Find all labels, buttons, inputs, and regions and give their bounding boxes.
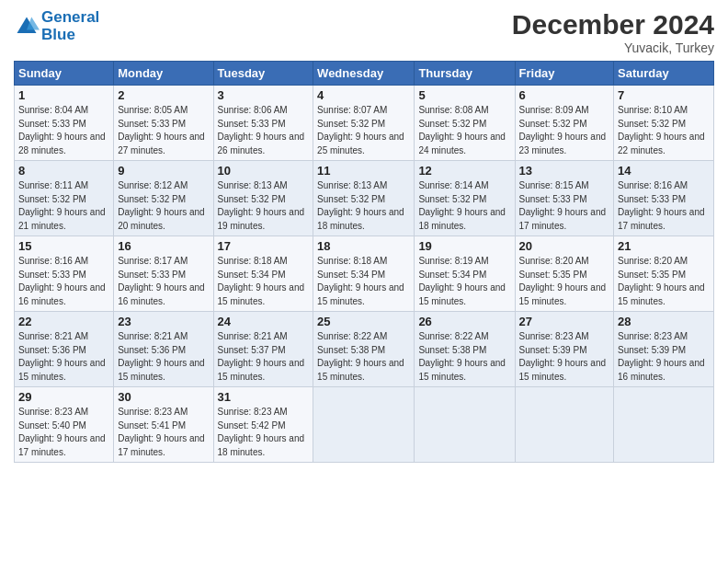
- day-info: Sunrise: 8:18 AMSunset: 5:34 PMDaylight:…: [218, 255, 310, 308]
- calendar-cell: 3Sunrise: 8:06 AMSunset: 5:33 PMDaylight…: [213, 86, 313, 161]
- day-info: Sunrise: 8:21 AMSunset: 5:37 PMDaylight:…: [218, 330, 310, 384]
- day-info: Sunrise: 8:13 AMSunset: 5:32 PMDaylight:…: [218, 179, 310, 233]
- weekday-header: Monday: [114, 62, 213, 86]
- day-info: Sunrise: 8:12 AMSunset: 5:32 PMDaylight:…: [118, 179, 209, 233]
- day-info: Sunrise: 8:23 AMSunset: 5:41 PMDaylight:…: [118, 406, 209, 459]
- calendar-cell: 31Sunrise: 8:23 AMSunset: 5:42 PMDayligh…: [213, 387, 313, 463]
- day-number: 9: [118, 164, 209, 178]
- day-number: 27: [519, 315, 610, 328]
- day-number: 3: [218, 88, 310, 102]
- calendar-cell: 13Sunrise: 8:15 AMSunset: 5:33 PMDayligh…: [515, 161, 614, 236]
- calendar-cell: 10Sunrise: 8:13 AMSunset: 5:32 PMDayligh…: [213, 161, 313, 236]
- day-number: 24: [218, 315, 310, 328]
- calendar-week-row: 8Sunrise: 8:11 AMSunset: 5:32 PMDaylight…: [15, 161, 714, 236]
- day-info: Sunrise: 8:19 AMSunset: 5:34 PMDaylight:…: [418, 255, 510, 308]
- weekday-header: Wednesday: [313, 62, 415, 86]
- logo-icon: [14, 14, 40, 40]
- calendar-cell: 2Sunrise: 8:05 AMSunset: 5:33 PMDaylight…: [114, 86, 213, 161]
- day-number: 11: [317, 164, 410, 178]
- day-number: 25: [317, 315, 410, 328]
- day-number: 6: [519, 88, 610, 102]
- day-number: 29: [18, 390, 109, 404]
- day-number: 17: [218, 239, 310, 253]
- calendar-cell: 4Sunrise: 8:07 AMSunset: 5:32 PMDaylight…: [313, 86, 415, 161]
- weekday-header: Friday: [515, 62, 614, 86]
- day-number: 26: [418, 315, 510, 328]
- calendar-cell: 20Sunrise: 8:20 AMSunset: 5:35 PMDayligh…: [515, 236, 614, 312]
- calendar-cell: 26Sunrise: 8:22 AMSunset: 5:38 PMDayligh…: [415, 312, 515, 387]
- day-number: 21: [618, 239, 710, 253]
- day-info: Sunrise: 8:23 AMSunset: 5:42 PMDaylight:…: [218, 406, 310, 459]
- calendar-cell: 12Sunrise: 8:14 AMSunset: 5:32 PMDayligh…: [415, 161, 515, 236]
- day-info: Sunrise: 8:23 AMSunset: 5:39 PMDaylight:…: [618, 330, 710, 384]
- day-info: Sunrise: 8:04 AMSunset: 5:33 PMDaylight:…: [18, 104, 109, 157]
- day-number: 19: [418, 239, 510, 253]
- calendar-cell: 21Sunrise: 8:20 AMSunset: 5:35 PMDayligh…: [614, 236, 714, 312]
- weekday-header: Saturday: [614, 62, 714, 86]
- calendar-cell: 8Sunrise: 8:11 AMSunset: 5:32 PMDaylight…: [15, 161, 114, 236]
- calendar-cell: 11Sunrise: 8:13 AMSunset: 5:32 PMDayligh…: [313, 161, 415, 236]
- calendar-cell: 17Sunrise: 8:18 AMSunset: 5:34 PMDayligh…: [213, 236, 313, 312]
- calendar-cell: [313, 387, 415, 463]
- day-info: Sunrise: 8:17 AMSunset: 5:33 PMDaylight:…: [118, 255, 209, 308]
- weekday-header: Tuesday: [213, 62, 313, 86]
- header-row: SundayMondayTuesdayWednesdayThursdayFrid…: [15, 62, 714, 86]
- calendar-cell: 5Sunrise: 8:08 AMSunset: 5:32 PMDaylight…: [415, 86, 515, 161]
- day-number: 31: [218, 390, 310, 404]
- day-info: Sunrise: 8:15 AMSunset: 5:33 PMDaylight:…: [519, 179, 610, 233]
- day-info: Sunrise: 8:20 AMSunset: 5:35 PMDaylight:…: [519, 255, 610, 308]
- day-number: 28: [618, 315, 710, 328]
- day-number: 7: [618, 88, 710, 102]
- calendar-table: SundayMondayTuesdayWednesdayThursdayFrid…: [14, 61, 714, 463]
- page-container: General Blue December 2024 Yuvacik, Turk…: [0, 0, 728, 470]
- day-number: 4: [317, 88, 410, 102]
- location-subtitle: Yuvacik, Turkey: [512, 40, 714, 55]
- calendar-cell: 15Sunrise: 8:16 AMSunset: 5:33 PMDayligh…: [15, 236, 114, 312]
- day-number: 13: [519, 164, 610, 178]
- day-number: 12: [418, 164, 510, 178]
- day-number: 5: [418, 88, 510, 102]
- day-info: Sunrise: 8:07 AMSunset: 5:32 PMDaylight:…: [317, 104, 410, 157]
- page-header: General Blue December 2024 Yuvacik, Turk…: [14, 9, 714, 55]
- calendar-cell: 16Sunrise: 8:17 AMSunset: 5:33 PMDayligh…: [114, 236, 213, 312]
- day-info: Sunrise: 8:21 AMSunset: 5:36 PMDaylight:…: [18, 330, 109, 384]
- calendar-cell: 6Sunrise: 8:09 AMSunset: 5:32 PMDaylight…: [515, 86, 614, 161]
- calendar-cell: 24Sunrise: 8:21 AMSunset: 5:37 PMDayligh…: [213, 312, 313, 387]
- calendar-week-row: 22Sunrise: 8:21 AMSunset: 5:36 PMDayligh…: [15, 312, 714, 387]
- day-number: 1: [18, 88, 109, 102]
- day-info: Sunrise: 8:20 AMSunset: 5:35 PMDaylight:…: [618, 255, 710, 308]
- day-number: 10: [218, 164, 310, 178]
- logo-text: General Blue: [41, 9, 99, 43]
- day-number: 14: [618, 164, 710, 178]
- calendar-cell: [515, 387, 614, 463]
- calendar-week-row: 1Sunrise: 8:04 AMSunset: 5:33 PMDaylight…: [15, 86, 714, 161]
- calendar-cell: 1Sunrise: 8:04 AMSunset: 5:33 PMDaylight…: [15, 86, 114, 161]
- calendar-cell: 25Sunrise: 8:22 AMSunset: 5:38 PMDayligh…: [313, 312, 415, 387]
- calendar-cell: 9Sunrise: 8:12 AMSunset: 5:32 PMDaylight…: [114, 161, 213, 236]
- day-info: Sunrise: 8:05 AMSunset: 5:33 PMDaylight:…: [118, 104, 209, 157]
- day-number: 30: [118, 390, 209, 404]
- day-info: Sunrise: 8:11 AMSunset: 5:32 PMDaylight:…: [18, 179, 109, 233]
- day-info: Sunrise: 8:16 AMSunset: 5:33 PMDaylight:…: [618, 179, 710, 233]
- day-number: 8: [18, 164, 109, 178]
- day-info: Sunrise: 8:23 AMSunset: 5:40 PMDaylight:…: [18, 406, 109, 459]
- day-number: 15: [18, 239, 109, 253]
- calendar-cell: 28Sunrise: 8:23 AMSunset: 5:39 PMDayligh…: [614, 312, 714, 387]
- calendar-cell: 29Sunrise: 8:23 AMSunset: 5:40 PMDayligh…: [15, 387, 114, 463]
- day-info: Sunrise: 8:13 AMSunset: 5:32 PMDaylight:…: [317, 179, 410, 233]
- title-block: December 2024 Yuvacik, Turkey: [512, 9, 714, 55]
- day-info: Sunrise: 8:22 AMSunset: 5:38 PMDaylight:…: [418, 330, 510, 384]
- calendar-cell: [415, 387, 515, 463]
- day-info: Sunrise: 8:09 AMSunset: 5:32 PMDaylight:…: [519, 104, 610, 157]
- month-title: December 2024: [512, 9, 714, 40]
- calendar-week-row: 15Sunrise: 8:16 AMSunset: 5:33 PMDayligh…: [15, 236, 714, 312]
- calendar-cell: 18Sunrise: 8:18 AMSunset: 5:34 PMDayligh…: [313, 236, 415, 312]
- day-info: Sunrise: 8:14 AMSunset: 5:32 PMDaylight:…: [418, 179, 510, 233]
- day-info: Sunrise: 8:10 AMSunset: 5:32 PMDaylight:…: [618, 104, 710, 157]
- calendar-cell: [614, 387, 714, 463]
- calendar-cell: 30Sunrise: 8:23 AMSunset: 5:41 PMDayligh…: [114, 387, 213, 463]
- day-info: Sunrise: 8:06 AMSunset: 5:33 PMDaylight:…: [218, 104, 310, 157]
- calendar-cell: 14Sunrise: 8:16 AMSunset: 5:33 PMDayligh…: [614, 161, 714, 236]
- day-info: Sunrise: 8:21 AMSunset: 5:36 PMDaylight:…: [118, 330, 209, 384]
- logo: General Blue: [14, 9, 99, 43]
